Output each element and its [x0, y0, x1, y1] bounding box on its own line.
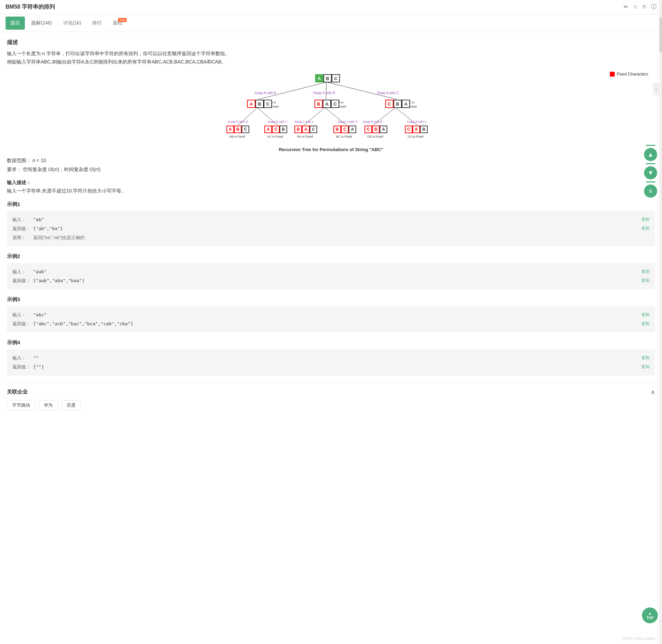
copy-input-1-btn[interactable]: 复制 — [641, 217, 650, 222]
tree-svg: A B C Swap A with A Swap A with B Swap A… — [224, 72, 438, 144]
company-tag-huawei[interactable]: 华为 — [39, 400, 58, 410]
example-4-output-value: [""] — [33, 364, 44, 369]
svg-text:Fixed: Fixed — [338, 105, 346, 108]
tab-interview[interactable]: 面经 new — [108, 17, 127, 30]
copy-input-3-btn[interactable]: 复制 — [641, 312, 650, 318]
svg-text:Fixed: Fixed — [271, 105, 279, 108]
input-label-4: 输入： — [12, 355, 33, 361]
example-1-box: 输入： "ab" 复制 返回值： ["ab","ba"] 复制 说明： 返回["… — [7, 211, 655, 246]
edit-icon[interactable]: ✏ — [624, 3, 628, 11]
example-1: 示例1 输入： "ab" 复制 返回值： ["ab","ba"] 复制 说明： … — [7, 201, 655, 246]
example-2-input-row: 输入： "aab" 复制 — [12, 267, 650, 276]
svg-text:C is: C is — [409, 101, 415, 104]
info-icon[interactable]: ⓘ — [651, 3, 656, 11]
tab-solutions[interactable]: 题解(246) — [26, 17, 57, 30]
svg-text:Swap B with B: Swap B with B — [228, 120, 248, 123]
float-line-bot — [646, 181, 655, 182]
tab-problem[interactable]: 题目 — [6, 17, 25, 30]
copy-output-1-btn[interactable]: 复制 — [641, 226, 650, 231]
svg-line-8 — [327, 82, 397, 99]
legend: Fixed Characters — [610, 72, 648, 77]
example-2: 示例2 输入： "aab" 复制 返回值： ["aab","aba","baa"… — [7, 253, 655, 289]
input-desc-text: 输入一个字符串,长度不超过10,字符只包括大小写字母。 — [7, 188, 655, 194]
svg-text:B: B — [396, 101, 399, 107]
tree-caption: Recursion Tree for Permutations of Strin… — [7, 147, 655, 152]
svg-text:Fixed: Fixed — [409, 105, 417, 108]
scrollbar[interactable] — [659, 0, 662, 417]
output-label-4: 返回值： — [12, 364, 33, 370]
related-companies-section: 关联企业 ∧ 字节跳动 华为 百度 — [7, 383, 655, 410]
svg-text:C: C — [334, 76, 338, 81]
copy-input-4-btn[interactable]: 复制 — [641, 355, 650, 361]
svg-text:A: A — [229, 127, 232, 132]
requirement: 要求： 空间复杂度 O(n!)，时间复杂度 O(n!) — [7, 167, 655, 173]
example-2-title: 示例2 — [7, 253, 655, 260]
example-3: 示例3 输入： "abc" 复制 返回值： ["abc","acb","bac"… — [7, 296, 655, 333]
company-tag-bytedance[interactable]: 字节跳动 — [7, 400, 35, 410]
example-2-input-value: "aab" — [33, 269, 47, 274]
page-title: BM58 字符串的排列 — [6, 3, 55, 11]
svg-text:C: C — [274, 127, 278, 132]
svg-text:C: C — [407, 127, 410, 132]
example-2-output-value: ["aab","aba","baa"] — [33, 278, 85, 283]
example-4-output-row: 返回值： [""] 复制 — [12, 363, 650, 371]
svg-text:AC is Fixed: AC is Fixed — [267, 135, 283, 138]
requirement-label: 要求： — [7, 167, 21, 172]
svg-text:A: A — [415, 127, 418, 132]
float-line-top — [646, 145, 655, 146]
example-3-input-value: "abc" — [33, 312, 47, 317]
svg-text:A: A — [351, 127, 354, 132]
float-icon-1[interactable]: ▲ — [644, 148, 657, 161]
star-icon[interactable]: ☆ — [633, 3, 638, 11]
company-tag-baidu[interactable]: 百度 — [61, 400, 81, 410]
copy-output-4-btn[interactable]: 复制 — [641, 364, 650, 370]
svg-line-7 — [326, 82, 327, 99]
output-label: 返回值： — [12, 226, 33, 232]
copy-output-2-btn[interactable]: 复制 — [641, 278, 650, 284]
example-3-input-row: 输入： "abc" 复制 — [12, 310, 650, 319]
svg-text:Swap B with B: Swap B with B — [362, 120, 382, 123]
svg-text:C: C — [388, 101, 391, 107]
example-1-output-value: ["ab","ba"] — [33, 226, 63, 231]
svg-text:B: B — [282, 127, 285, 132]
svg-text:B: B — [258, 101, 261, 107]
description-text2: 例如输入字符串ABC,则输出由字符A,B,C所能排列出来的所有字符串ABC,AC… — [7, 58, 655, 66]
scrollbar-thumb[interactable] — [660, 17, 662, 52]
svg-text:A is: A is — [271, 101, 276, 104]
svg-text:C: C — [312, 127, 315, 132]
share-icon[interactable]: ⎋ — [643, 3, 646, 11]
float-icon-2[interactable]: ▼ — [644, 166, 657, 179]
related-companies-header: 关联企业 ∧ — [7, 388, 655, 396]
svg-text:A: A — [267, 127, 270, 132]
svg-line-6 — [259, 82, 327, 99]
tab-discuss[interactable]: 讨论(1k) — [58, 17, 86, 30]
svg-text:B: B — [336, 127, 339, 132]
collapse-icon[interactable]: ∧ — [651, 388, 655, 396]
example-4: 示例4 输入： "" 复制 返回值： [""] 复制 — [7, 339, 655, 376]
example-4-title: 示例4 — [7, 339, 655, 346]
svg-text:AB is Fixed: AB is Fixed — [229, 135, 245, 138]
copy-output-3-btn[interactable]: 复制 — [641, 321, 650, 327]
svg-text:B: B — [422, 127, 426, 132]
example-3-output-value: ["abc","acb","bac","bca","cab","cba"] — [33, 321, 133, 326]
svg-text:B is: B is — [338, 101, 344, 104]
example-2-box: 输入： "aab" 复制 返回值： ["aab","aba","baa"] 复制 — [7, 263, 655, 289]
input-label: 输入： — [12, 217, 33, 223]
legend-label: Fixed Characters — [617, 72, 648, 77]
company-tags-container: 字节跳动 华为 百度 — [7, 400, 655, 410]
data-range: 数据范围： n < 10 — [7, 158, 655, 164]
tab-bar: 题目 题解(246) 讨论(1k) 排行 面经 new — [0, 14, 662, 32]
note-label: 说明： — [12, 235, 33, 241]
tab-rank[interactable]: 排行 — [87, 17, 107, 30]
sidebar-collapse-btn[interactable]: › — [653, 83, 659, 95]
right-float-panel: ▲ ▼ ≡ — [644, 145, 657, 198]
svg-text:C: C — [333, 101, 337, 107]
float-icon-3[interactable]: ≡ — [644, 185, 657, 198]
tree-diagram: Fixed Characters A B C Swap A with A — [7, 72, 655, 152]
example-4-box: 输入： "" 复制 返回值： [""] 复制 — [7, 349, 655, 376]
description-section: 描述 输入一个长度为 n 字符串，打印出该字符串中字符的所有排列，你可以以任意顺… — [7, 39, 655, 66]
example-4-input-row: 输入： "" 复制 — [12, 354, 650, 363]
copy-input-2-btn[interactable]: 复制 — [641, 269, 650, 275]
svg-text:C: C — [266, 101, 270, 107]
main-content: 描述 输入一个长度为 n 字符串，打印出该字符串中字符的所有排列，你可以以任意顺… — [0, 32, 662, 417]
